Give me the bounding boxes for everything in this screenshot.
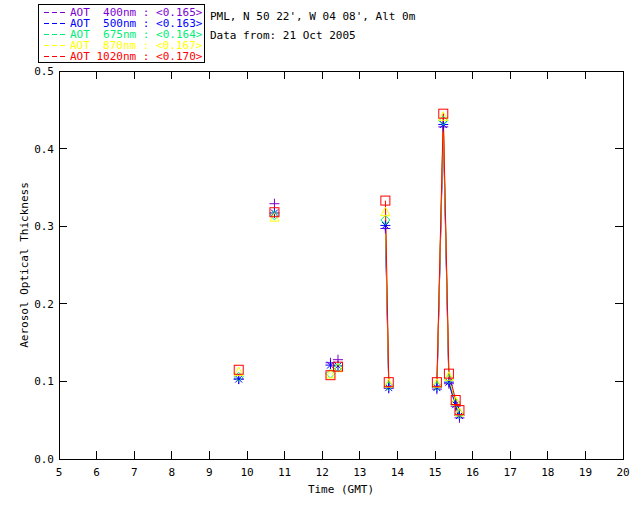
- series-aot-500nm-marker: [380, 220, 390, 230]
- y-tick-label: 0.2: [34, 298, 54, 311]
- y-tick-label: 0.0: [34, 453, 54, 466]
- x-tick-label: 6: [93, 466, 100, 479]
- x-tick-label: 20: [616, 466, 629, 479]
- x-tick-label: 9: [206, 466, 213, 479]
- header-location: PML, N 50 22', W 04 08', Alt 0m: [210, 7, 415, 26]
- plot-header: PML, N 50 22', W 04 08', Alt 0m Data fro…: [210, 7, 415, 45]
- legend-dash-sample-400nm: [44, 12, 66, 13]
- legend-dash-sample-500nm: [44, 23, 66, 24]
- x-tick-label: 11: [278, 466, 291, 479]
- x-tick-label: 13: [353, 466, 366, 479]
- x-tick-label: 17: [504, 466, 517, 479]
- x-tick-label: 16: [466, 466, 479, 479]
- y-tick-label: 0.3: [34, 220, 54, 233]
- x-tick-label: 10: [240, 466, 253, 479]
- plot-canvas: 5678910111213141516171819200.00.10.20.30…: [0, 0, 640, 512]
- plot-svg: 5678910111213141516171819200.00.10.20.30…: [0, 0, 640, 512]
- legend-dash-sample-675nm: [44, 34, 66, 35]
- y-tick-label: 0.1: [34, 375, 54, 388]
- x-tick-label: 14: [391, 466, 405, 479]
- legend-dash-sample-870nm: [44, 45, 66, 46]
- series-aot-400nm-marker: [269, 199, 279, 209]
- y-tick-label: 0.4: [34, 143, 54, 156]
- y-tick-label: 0.5: [34, 65, 54, 78]
- x-tick-label: 15: [428, 466, 441, 479]
- legend-dash-sample-1020nm: [44, 56, 66, 57]
- header-date: Data from: 21 Oct 2005: [210, 26, 415, 45]
- x-tick-label: 18: [541, 466, 554, 479]
- x-tick-label: 7: [131, 466, 138, 479]
- legend-box: AOT 400nm : <0.165> AOT 500nm : <0.163> …: [38, 4, 205, 63]
- y-axis-title: Aerosol Optical Thickness: [18, 182, 31, 348]
- plot-frame: [59, 71, 623, 459]
- x-tick-label: 8: [168, 466, 175, 479]
- legend-label-1020nm: AOT 1020nm : <0.170>: [70, 51, 202, 62]
- x-axis-title: Time (GMT): [59, 483, 623, 496]
- legend-row-1020nm: AOT 1020nm : <0.170>: [39, 51, 204, 62]
- x-tick-label: 19: [579, 466, 592, 479]
- x-tick-label: 5: [56, 466, 63, 479]
- x-tick-label: 12: [316, 466, 329, 479]
